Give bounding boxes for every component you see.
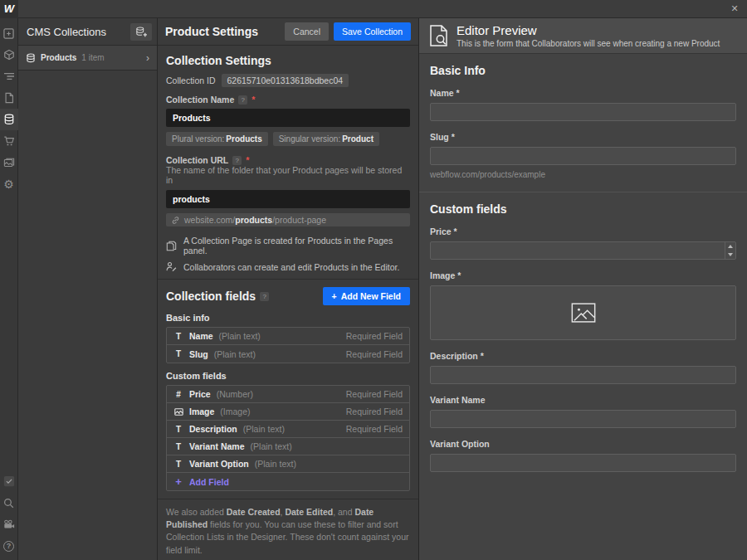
divider xyxy=(419,192,747,192)
field-row-slug[interactable]: T Slug (Plain text) Required Field xyxy=(167,345,409,363)
image-placeholder-icon xyxy=(571,303,596,323)
elements-cube-icon[interactable] xyxy=(0,44,18,66)
link-icon xyxy=(171,216,180,225)
stepper-up-icon[interactable] xyxy=(725,242,735,251)
assets-icon[interactable] xyxy=(0,152,18,173)
collection-database-icon xyxy=(26,53,36,63)
field-row-price[interactable]: # Price (Number) Required Field xyxy=(167,386,409,403)
chevron-right-icon: › xyxy=(146,53,149,63)
required-asterisk: * xyxy=(246,155,249,165)
cms-panel-title: CMS Collections xyxy=(27,26,130,38)
required-field-badge: Required Field xyxy=(346,349,403,359)
plain-text-field-icon: T xyxy=(173,425,183,434)
ecommerce-cart-icon[interactable] xyxy=(0,130,18,152)
settings-title: Product Settings xyxy=(165,25,280,38)
editor-preview-subtitle: This is the form that Collaborators will… xyxy=(456,39,720,48)
preview-basic-info-title: Basic Info xyxy=(430,64,736,77)
collection-url-help: The name of the folder that your Product… xyxy=(166,165,410,185)
preview-slug-input[interactable] xyxy=(430,147,736,165)
preview-slug-label: Slug * xyxy=(430,132,736,142)
save-collection-button[interactable]: Save Collection xyxy=(334,22,411,41)
audit-check-icon[interactable] xyxy=(0,470,18,492)
required-field-badge: Required Field xyxy=(346,424,403,434)
divider xyxy=(158,499,418,499)
preview-description-input[interactable] xyxy=(430,366,736,384)
collection-name-label: Collection Name xyxy=(166,95,234,105)
plain-text-field-icon: T xyxy=(173,332,183,341)
add-field-row[interactable]: + Add Field xyxy=(167,473,409,490)
collection-name-input[interactable] xyxy=(166,109,410,127)
search-icon[interactable] xyxy=(0,492,18,514)
preview-price-input[interactable] xyxy=(430,241,736,260)
preview-name-label: Name * xyxy=(430,88,736,98)
collaborators-info: Collaborators can create and edit Produc… xyxy=(166,261,410,272)
plain-text-field-icon: T xyxy=(173,349,183,358)
field-row-image[interactable]: Image (Image) Required Field xyxy=(167,403,409,421)
webflow-designer-window: W ✕ ⚙ xyxy=(0,0,747,560)
field-row-description[interactable]: T Description (Plain text) Required Fiel… xyxy=(167,421,409,438)
cms-collections-panel: CMS Collections Products 1 item › xyxy=(18,18,158,560)
required-field-badge: Required Field xyxy=(346,389,403,399)
url-preview-text: website.com/products/product-page xyxy=(184,215,326,225)
collaborator-edit-icon xyxy=(166,261,177,272)
editor-preview-panel: Editor Preview This is the form that Col… xyxy=(419,18,747,560)
cms-panel-header: CMS Collections xyxy=(18,18,157,46)
settings-header: Product Settings Cancel Save Collection xyxy=(158,18,418,46)
preview-slug-help: webflow.com/products/example xyxy=(430,170,736,179)
video-tutorials-icon[interactable] xyxy=(0,514,18,535)
help-tooltip-icon[interactable]: ? xyxy=(260,292,269,301)
divider xyxy=(158,279,418,280)
field-row-name[interactable]: T Name (Plain text) Required Field xyxy=(167,328,409,345)
preview-variant-name-input[interactable] xyxy=(430,410,736,428)
preview-image-label: Image * xyxy=(430,270,736,280)
preview-image-upload[interactable] xyxy=(430,285,736,340)
basic-info-subheader: Basic info xyxy=(166,313,410,323)
collection-url-input[interactable] xyxy=(166,190,410,208)
preview-price-label: Price * xyxy=(430,226,736,236)
collection-list-item-products[interactable]: Products 1 item › xyxy=(18,46,157,71)
close-icon[interactable]: ✕ xyxy=(722,3,747,14)
help-tooltip-icon[interactable]: ? xyxy=(232,156,242,165)
collection-url-label: Collection URL xyxy=(166,155,228,165)
add-collection-button[interactable] xyxy=(130,23,152,41)
stepper-down-icon[interactable] xyxy=(725,251,735,259)
required-field-badge: Required Field xyxy=(346,407,403,416)
basic-fields-group: T Name (Plain text) Required Field T Slu… xyxy=(166,327,410,363)
help-tooltip-icon[interactable]: ? xyxy=(238,95,247,105)
field-row-variant-name[interactable]: T Variant Name (Plain text) xyxy=(167,438,409,455)
collection-fields-title: Collection fields xyxy=(166,290,256,303)
number-field-icon: # xyxy=(173,390,183,399)
left-toolbar: ⚙ ? xyxy=(0,18,18,560)
field-row-variant-option[interactable]: T Variant Option (Plain text) xyxy=(167,455,409,473)
settings-gear-icon[interactable]: ⚙ xyxy=(0,173,18,195)
collection-item-count: 1 item xyxy=(81,53,104,62)
number-stepper[interactable] xyxy=(725,242,735,259)
editor-preview-header: Editor Preview This is the form that Col… xyxy=(419,18,747,54)
custom-fields-group: # Price (Number) Required Field Image (I… xyxy=(166,385,410,491)
cms-database-icon[interactable] xyxy=(0,109,18,130)
pages-icon[interactable] xyxy=(0,87,18,109)
plain-text-field-icon: T xyxy=(173,460,183,469)
collection-page-info: A Collection Page is created for Product… xyxy=(166,236,410,256)
date-fields-note: We also added Date Created, Date Edited,… xyxy=(166,506,410,557)
add-panel-icon[interactable] xyxy=(0,22,18,44)
preview-custom-fields-title: Custom fields xyxy=(430,202,736,216)
help-icon[interactable]: ? xyxy=(0,535,18,557)
preview-variant-option-input[interactable] xyxy=(430,454,736,472)
add-new-field-button[interactable]: +Add New Field xyxy=(323,287,410,305)
top-bar: W ✕ xyxy=(0,0,747,18)
navigator-icon[interactable] xyxy=(0,66,18,87)
settings-body: Collection Settings Collection ID 626157… xyxy=(158,46,418,560)
collection-id-value: 62615710e01313618bdbec04 xyxy=(222,74,349,87)
preview-description-label: Description * xyxy=(430,351,736,361)
preview-name-input[interactable] xyxy=(430,103,736,121)
preview-variant-name-label: Variant Name xyxy=(430,395,736,405)
required-asterisk: * xyxy=(251,95,255,105)
webflow-logo[interactable]: W xyxy=(0,0,18,18)
image-field-icon xyxy=(173,408,183,416)
collection-id-label: Collection ID xyxy=(166,75,216,85)
product-settings-panel: Product Settings Cancel Save Collection … xyxy=(158,18,419,560)
editor-preview-icon xyxy=(429,25,448,46)
cancel-button[interactable]: Cancel xyxy=(285,22,329,41)
editor-preview-body: Basic Info Name * Slug * webflow.com/pro… xyxy=(419,54,747,560)
